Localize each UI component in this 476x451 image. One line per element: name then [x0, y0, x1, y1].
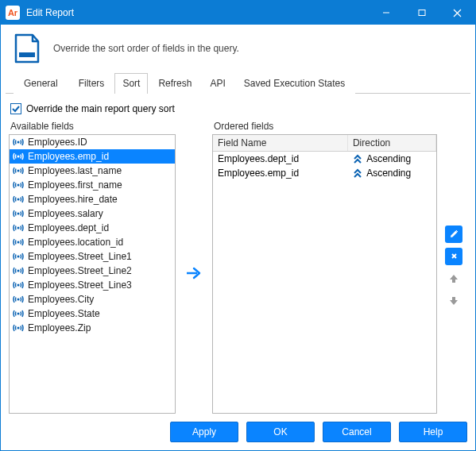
svg-point-6 [17, 156, 20, 158]
close-button[interactable] [439, 1, 475, 25]
tab-api[interactable]: API [202, 73, 233, 94]
svg-rect-4 [19, 52, 35, 57]
available-field-item[interactable]: Employees.location_id [10, 235, 175, 249]
signal-icon [13, 237, 24, 247]
override-sort-checkbox-row[interactable]: Override the main report query sort [10, 103, 467, 114]
svg-point-5 [17, 141, 20, 144]
available-field-item[interactable]: Employees.Zip [10, 321, 175, 335]
ordered-field-direction: Ascending [348, 168, 436, 179]
field-label: Employees.first_name [28, 179, 122, 191]
signal-icon [13, 166, 24, 175]
available-field-item[interactable]: Employees.salary [10, 206, 175, 221]
field-label: Employees.Street_Line1 [28, 251, 132, 262]
svg-point-13 [17, 256, 20, 258]
svg-point-18 [17, 327, 20, 330]
field-label: Employees.dept_id [28, 222, 109, 233]
ordered-field-direction: Ascending [348, 153, 436, 164]
field-label: Employees.hire_date [28, 194, 118, 205]
signal-icon [13, 280, 24, 290]
available-field-item[interactable]: Employees.first_name [10, 178, 175, 192]
field-label: Employees.City [28, 294, 94, 305]
svg-point-10 [17, 213, 20, 215]
svg-point-9 [17, 199, 20, 201]
signal-icon [13, 295, 24, 304]
available-field-item[interactable]: Employees.Street_Line2 [10, 264, 175, 278]
edit-report-window: Ar Edit Report Override the sort order o… [0, 0, 476, 451]
window-title: Edit Report [26, 7, 368, 18]
cancel-button[interactable]: Cancel [323, 422, 391, 442]
ordered-field-row[interactable]: Employees.dept_idAscending [213, 152, 436, 166]
svg-point-11 [17, 227, 20, 229]
signal-icon [13, 309, 24, 318]
available-field-item[interactable]: Employees.last_name [10, 164, 175, 178]
help-button[interactable]: Help [399, 422, 467, 442]
ordered-fields-grid[interactable]: Field Name Direction Employees.dept_idAs… [212, 134, 437, 414]
dialog-footer: Apply OK Cancel Help [1, 414, 475, 450]
field-label: Employees.ID [28, 137, 87, 148]
ordered-field-row[interactable]: Employees.emp_idAscending [213, 166, 436, 180]
field-label: Employees.emp_id [28, 151, 109, 162]
maximize-button[interactable] [404, 1, 439, 25]
signal-icon [13, 223, 24, 233]
tab-refresh[interactable]: Refresh [148, 73, 202, 94]
svg-point-12 [17, 241, 20, 244]
dialog-header: Override the sort order of fields in the… [1, 25, 475, 72]
app-icon: Ar [6, 6, 20, 20]
svg-point-17 [17, 313, 20, 315]
available-fields-label: Available fields [10, 121, 176, 132]
col-field-name[interactable]: Field Name [213, 135, 348, 151]
available-field-item[interactable]: Employees.emp_id [10, 149, 175, 164]
tab-filters[interactable]: Filters [68, 73, 115, 94]
available-fields-list[interactable]: Employees.IDEmployees.emp_idEmployees.la… [9, 134, 176, 414]
ordered-fields-label: Ordered fields [214, 121, 437, 132]
signal-icon [13, 137, 24, 147]
svg-point-15 [17, 284, 20, 287]
ordered-field-name: Employees.dept_id [213, 153, 348, 164]
ordered-fields-actions [445, 121, 467, 414]
tab-sort[interactable]: Sort [114, 73, 148, 94]
titlebar: Ar Edit Report [1, 1, 475, 25]
svg-point-14 [17, 270, 20, 272]
signal-icon [13, 209, 24, 218]
ascending-icon [353, 168, 362, 178]
header-description: Override the sort order of fields in the… [53, 43, 239, 54]
available-field-item[interactable]: Employees.City [10, 292, 175, 306]
ascending-icon [353, 154, 362, 164]
available-field-item[interactable]: Employees.Street_Line3 [10, 278, 175, 292]
signal-icon [13, 266, 24, 276]
available-field-item[interactable]: Employees.hire_date [10, 192, 175, 206]
ordered-fields-header: Field Name Direction [213, 135, 436, 152]
tabstrip: GeneralFiltersSortRefreshAPISaved Execut… [6, 72, 470, 94]
svg-rect-1 [419, 10, 425, 16]
ok-button[interactable]: OK [246, 422, 315, 442]
override-sort-checkbox[interactable] [10, 103, 21, 114]
document-icon [12, 33, 42, 64]
available-field-item[interactable]: Employees.dept_id [10, 221, 175, 235]
field-label: Employees.Street_Line3 [28, 279, 132, 291]
tab-saved-execution-states[interactable]: Saved Execution States [234, 73, 355, 94]
ordered-field-name: Employees.emp_id [213, 168, 348, 179]
edit-button[interactable] [445, 226, 462, 243]
available-field-item[interactable]: Employees.ID [10, 135, 175, 149]
signal-icon [13, 252, 24, 261]
available-field-item[interactable]: Employees.State [10, 306, 175, 321]
field-label: Employees.State [28, 308, 100, 319]
move-up-button[interactable] [445, 270, 462, 287]
tab-general[interactable]: General [14, 73, 68, 94]
signal-icon [13, 180, 24, 190]
minimize-button[interactable] [368, 1, 404, 25]
svg-point-16 [17, 299, 20, 301]
add-field-arrow-icon[interactable] [186, 267, 202, 283]
svg-point-8 [17, 184, 20, 187]
field-label: Employees.location_id [28, 237, 123, 248]
apply-button[interactable]: Apply [170, 422, 238, 442]
override-sort-label: Override the main report query sort [26, 103, 175, 114]
col-direction[interactable]: Direction [348, 135, 436, 151]
delete-button[interactable] [445, 248, 462, 265]
move-down-button[interactable] [445, 292, 462, 310]
field-label: Employees.last_name [28, 165, 122, 176]
signal-icon [13, 195, 24, 204]
field-label: Employees.Zip [28, 322, 91, 333]
available-field-item[interactable]: Employees.Street_Line1 [10, 249, 175, 264]
sort-tab-content: Override the main report query sort Avai… [1, 94, 475, 414]
